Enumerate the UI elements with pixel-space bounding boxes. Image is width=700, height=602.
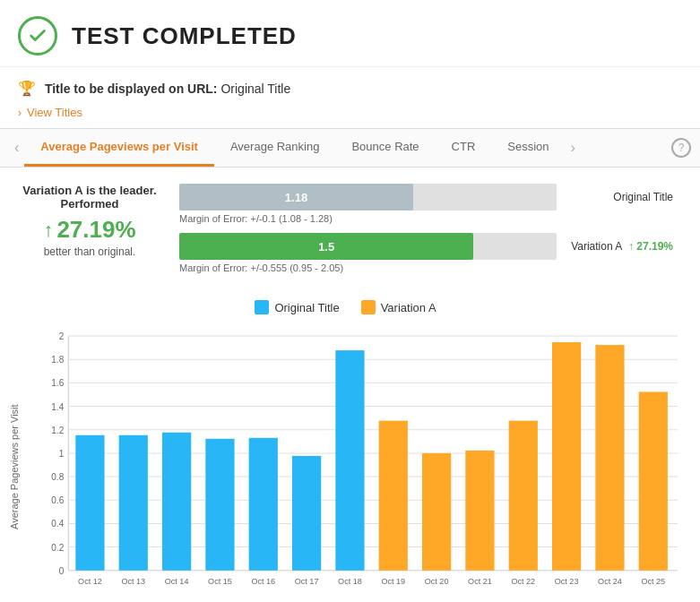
stats-right: 1.18 Original Title Margin of Error: +/-… [179,184,682,282]
margin-text-original: Margin of Error: +/-0.1 (1.08 - 1.28) [179,213,682,224]
svg-text:Oct 17: Oct 17 [295,577,319,586]
bar-oct22-orange [509,421,538,571]
bar-oct24-orange [595,345,624,571]
svg-text:0.8: 0.8 [51,472,64,482]
bar-row-original: 1.18 Original Title Margin of Error: +/-… [179,184,682,224]
improvement-pct: ↑ 27.19% [18,216,161,244]
legend-item-variation: Variation A [361,300,436,314]
bar-container-variation: 1.5 [179,233,557,260]
chevron-right-icon: › [18,107,22,119]
bar-oct13-blue [119,435,148,571]
svg-text:0.6: 0.6 [51,495,64,505]
svg-text:0: 0 [59,566,65,576]
legend-dot-orange [361,300,376,314]
tab-ctr[interactable]: CTR [436,129,492,167]
stats-left: Variation A is the leader. Performed ↑ 2… [18,184,161,282]
y-axis-label: Average Pageviews per Visit [9,323,27,602]
tab-next-button[interactable]: › [566,140,581,156]
bar-oct19-orange [379,421,408,571]
arrow-up-icon: ↑ [43,219,53,242]
svg-text:Oct 13: Oct 13 [121,577,145,586]
help-icon[interactable]: ? [671,138,691,158]
tab-avg-pageviews[interactable]: Average Pageviews per Visit [24,129,214,167]
stats-section: Variation A is the leader. Performed ↑ 2… [0,168,700,291]
view-titles-row[interactable]: › View Titles [0,102,700,128]
chart-legend: Original Title Variation A [9,300,682,314]
svg-text:Oct 14: Oct 14 [165,577,189,586]
check-icon [18,16,57,56]
view-titles-label: View Titles [27,106,82,119]
svg-text:Oct 20: Oct 20 [425,577,449,586]
svg-text:Oct 25: Oct 25 [641,577,665,586]
bar-oct18-blue [335,350,364,571]
page-title: TEST COMPLETED [72,22,297,50]
svg-text:Oct 22: Oct 22 [511,577,535,586]
bar-oct14-blue [162,433,191,571]
margin-text-variation: Margin of Error: +/-0.555 (0.95 - 2.05) [179,262,682,273]
bar-container-original: 1.18 [179,184,557,211]
bar-label-original: Original Title [613,191,673,203]
svg-text:Oct 12: Oct 12 [78,577,102,586]
trophy-line: 🏆 Title to be displayed on URL: Original… [0,67,700,102]
svg-text:Oct 16: Oct 16 [251,577,275,586]
bar-label-variation: Variation A ↑ 27.19% [571,240,673,253]
svg-text:Oct 21: Oct 21 [468,577,492,586]
tab-bounce-rate[interactable]: Bounce Rate [335,129,435,167]
bar-oct25-orange [639,391,668,570]
svg-text:2: 2 [59,331,65,341]
svg-text:1: 1 [59,449,65,459]
svg-text:Oct 19: Oct 19 [381,577,405,586]
svg-text:0.4: 0.4 [51,519,64,529]
legend-dot-blue [255,300,269,314]
leader-text: Variation A is the leader. Performed [18,184,161,211]
trophy-value: Original Title [220,82,290,96]
svg-text:0.2: 0.2 [51,543,64,553]
chart-area: 0 0.2 0.4 0.6 0.8 1 1.2 1.4 1.6 1.8 [32,323,682,602]
bar-oct23-orange [552,342,581,571]
bar-oct16-blue [249,438,278,571]
bar-oct17-blue [292,456,321,571]
bar-oct21-orange [465,451,494,571]
legend-item-original: Original Title [255,300,339,314]
svg-text:Oct 18: Oct 18 [338,577,362,586]
chart-section: Original Title Variation A Average Pagev… [0,291,700,602]
svg-text:1.4: 1.4 [51,402,64,412]
svg-text:1.8: 1.8 [51,355,64,365]
bar-fill-original: 1.18 [179,184,413,211]
legend-label-variation: Variation A [381,301,436,314]
svg-text:Oct 23: Oct 23 [555,577,579,586]
svg-text:Oct 24: Oct 24 [598,577,622,586]
tab-prev-button[interactable]: ‹ [9,140,24,156]
svg-text:Oct 15: Oct 15 [208,577,232,586]
tab-avg-ranking[interactable]: Average Ranking [214,129,336,167]
legend-label-original: Original Title [274,301,339,314]
bar-oct12-blue [75,435,104,571]
trophy-label: Title to be displayed on URL: [45,82,218,96]
tabs-row: ‹ Average Pageviews per Visit Average Ra… [0,128,700,168]
chart-svg: 0 0.2 0.4 0.6 0.8 1 1.2 1.4 1.6 1.8 [32,323,682,602]
trophy-icon: 🏆 [18,81,36,96]
bar-row-variation: 1.5 Variation A ↑ 27.19% Margin of Error… [179,233,682,273]
bar-oct15-blue [205,439,234,571]
tab-session[interactable]: Session [491,129,565,167]
svg-text:1.6: 1.6 [51,378,64,388]
bar-oct20-orange [422,453,451,571]
chart-wrap: Average Pageviews per Visit 0 0.2 0.4 0.… [9,323,682,602]
bar-fill-variation: 1.5 [179,233,473,260]
header-section: TEST COMPLETED [0,0,700,67]
better-text: better than original. [18,245,161,258]
svg-text:1.2: 1.2 [51,426,64,435]
